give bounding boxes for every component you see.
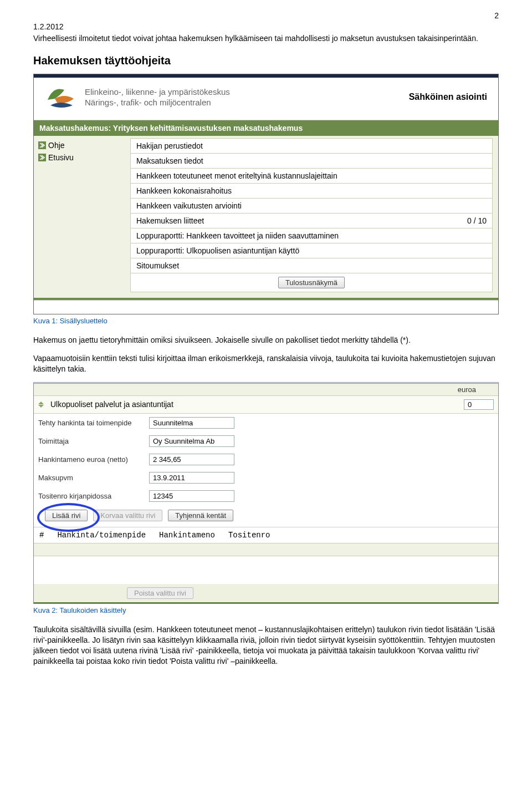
logo-icon	[45, 83, 78, 111]
header-right-title: Sähköinen asiointi	[409, 92, 487, 102]
screenshot-table-edit: euroa Ulkopuoliset palvelut ja asiantunt…	[33, 382, 499, 604]
form-row: Tehty hankinta tai toimenpide Suunnitelm…	[34, 414, 498, 432]
sidebar: Ohje Etusivu	[34, 136, 128, 298]
delete-row-area: Poista valittu rivi	[34, 584, 498, 603]
section-title: Ulkopuoliset palvelut ja asiantuntijat	[50, 400, 173, 409]
toc-item[interactable]: Hankkeen kokonaisrahoitus	[130, 184, 493, 199]
figure-caption-1: Kuva 1: Sisällysluettelo	[33, 317, 499, 325]
form-row: Toimittaja Oy Suunnitelma Ab	[34, 432, 498, 450]
form-row: Hankintameno euroa (netto) 2 345,65	[34, 450, 498, 469]
toimittaja-input[interactable]: Oy Suunnitelma Ab	[149, 435, 234, 447]
field-label: Maksupvm	[38, 474, 149, 482]
toc-panel: Hakijan perustiedot Maksatuksen tiedot H…	[128, 136, 498, 298]
form-row: Maksupvm 13.9.2011	[34, 469, 498, 487]
toc-label: Hankkeen kokonaisrahoitus	[136, 186, 232, 195]
euroa-label: euroa	[453, 384, 498, 395]
attach-count: 0 / 10	[467, 216, 487, 225]
body-paragraph: Vapaamuotoisiin kenttiin teksti tulisi k…	[33, 353, 499, 374]
toc-label: Hankkeen vaikutusten arviointi	[136, 201, 242, 210]
meno-input[interactable]: 2 345,65	[149, 454, 234, 465]
chevron-icon	[38, 154, 46, 161]
section-heading: Hakemuksen täyttöohjeita	[33, 54, 499, 67]
sidebar-label-etusivu: Etusivu	[48, 153, 74, 162]
figure-caption-2: Kuva 2: Taulukoiden käsittely	[33, 606, 499, 614]
col-meno: Hankintameno	[159, 531, 215, 540]
toc-label: Hakijan perustiedot	[136, 141, 203, 150]
table-header: # Hankinta/toimenpide Hankintameno Tosit…	[34, 527, 498, 543]
toc-item[interactable]: Loppuraportti: Hankkeen tavoitteet ja ni…	[130, 228, 493, 243]
col-tosite: Tositenro	[228, 531, 270, 540]
tositenro-input[interactable]: 12345	[149, 490, 234, 502]
org-name-fi: Elinkeino-, liikenne- ja ympäristökeskus	[85, 87, 230, 98]
screenshot-toc: Elinkeino-, liikenne- ja ympäristökeskus…	[33, 74, 499, 314]
field-label: Tehty hankinta tai toimenpide	[38, 419, 149, 427]
print-row: Tulostusnäkymä	[130, 273, 493, 292]
section-row: Ulkopuoliset palvelut ja asiantuntijat 0	[34, 396, 498, 414]
col-hash: #	[39, 531, 44, 540]
body-paragraph: Taulukoita sisältävillä sivuilla (esim. …	[33, 624, 499, 667]
toc-label: Sitoumukset	[136, 261, 179, 270]
toc-item[interactable]: Loppuraportti: Ulkopuolisen asiantuntija…	[130, 243, 493, 258]
hankinta-input[interactable]: Suunnitelma	[149, 417, 234, 429]
button-row: Lisää rivi Korvaa valittu rivi Tyhjennä …	[34, 505, 498, 527]
toc-label: Maksatuksen tiedot	[136, 156, 203, 165]
add-row-button[interactable]: Lisää rivi	[45, 510, 88, 521]
toc-item[interactable]: Hankkeen toteutuneet menot eriteltyinä k…	[130, 169, 493, 184]
header-strip: euroa	[34, 384, 498, 396]
toc-item[interactable]: Hankkeen vaikutusten arviointi	[130, 199, 493, 214]
print-view-button[interactable]: Tulostusnäkymä	[278, 277, 345, 288]
field-label: Toimittaja	[38, 437, 149, 445]
replace-row-button[interactable]: Korvaa valittu rivi	[93, 510, 162, 521]
org-name-sv: Närings-, trafik- och miljöcentralen	[85, 97, 230, 108]
footer-spacer	[34, 300, 498, 314]
toc-label: Loppuraportti: Hankkeen tavoitteet ja ni…	[136, 231, 339, 240]
toc-item[interactable]: Hakemuksen liitteet 0 / 10	[130, 214, 493, 228]
chevron-icon	[38, 141, 46, 149]
app-header: Elinkeino-, liikenne- ja ympäristökeskus…	[34, 78, 498, 120]
sidebar-link-ohje[interactable]: Ohje	[38, 139, 128, 151]
sidebar-label-ohje: Ohje	[48, 141, 65, 150]
sidebar-link-etusivu[interactable]: Etusivu	[38, 151, 128, 164]
titlebar: Maksatushakemus: Yrityksen kehittämisavu…	[34, 120, 498, 136]
toc-label: Hankkeen toteutuneet menot eriteltyinä k…	[136, 171, 337, 180]
toc-item[interactable]: Hakijan perustiedot	[130, 138, 493, 154]
col-hankinta: Hankinta/toimenpide	[57, 531, 146, 540]
clear-fields-button[interactable]: Tyhjennä kentät	[168, 510, 233, 521]
spacer	[34, 556, 498, 584]
toc-item[interactable]: Maksatuksen tiedot	[130, 154, 493, 169]
page-number: 2	[494, 11, 499, 20]
toc-label: Loppuraportti: Ulkopuolisen asiantuntija…	[136, 246, 299, 255]
intro-paragraph: Virheellisesti ilmoitetut tiedot voivat …	[33, 33, 499, 43]
sum-field[interactable]: 0	[464, 399, 494, 410]
table-body-empty	[34, 543, 498, 556]
field-label: Hankintameno euroa (netto)	[38, 455, 149, 464]
org-logo: Elinkeino-, liikenne- ja ympäristökeskus…	[45, 83, 230, 111]
doc-date: 1.2.2012	[33, 22, 499, 31]
toc-label: Hakemuksen liitteet	[136, 216, 204, 225]
body-paragraph: Hakemus on jaettu tietoryhmittäin omiksi…	[33, 335, 499, 345]
maksupvm-input[interactable]: 13.9.2011	[149, 472, 234, 484]
toc-item[interactable]: Sitoumukset	[130, 258, 493, 273]
sort-icon[interactable]	[38, 402, 46, 408]
field-label: Tositenro kirjanpidossa	[38, 492, 149, 500]
delete-row-button[interactable]: Poista valittu rivi	[127, 587, 193, 599]
form-row: Tositenro kirjanpidossa 12345	[34, 487, 498, 505]
